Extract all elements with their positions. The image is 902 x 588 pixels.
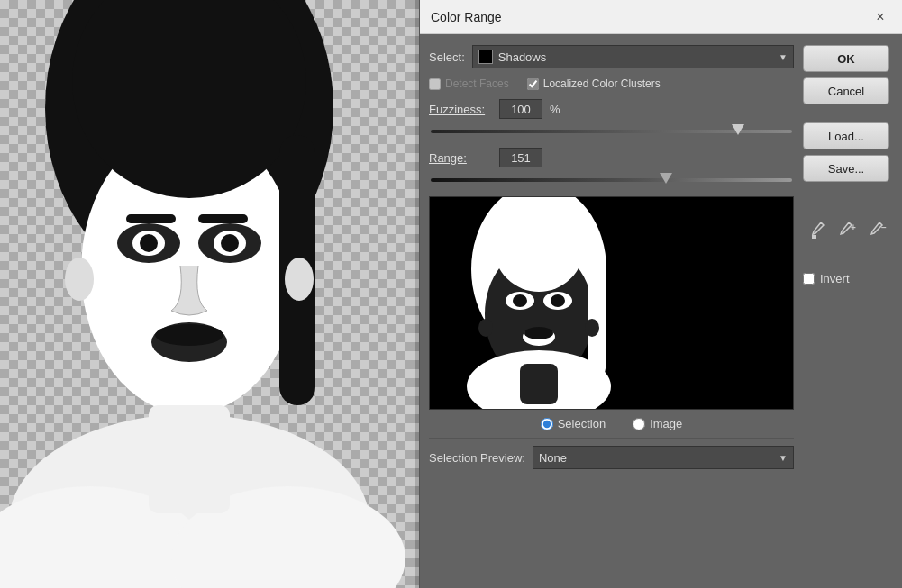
svg-rect-16 [198,214,248,223]
localized-color-clusters-label: Localized Color Clusters [543,77,661,90]
color-range-dialog: Color Range × Select: Shadows ▼ [419,0,902,588]
image-radio[interactable]: Image [633,417,682,430]
svg-text:+: + [851,222,856,232]
svg-point-19 [65,258,94,301]
range-slider-track[interactable] [431,171,792,187]
invert-label: Invert [820,272,850,285]
select-row: Select: Shadows ▼ [429,45,794,68]
eyedropper-add-button[interactable]: + [835,218,861,243]
cancel-button[interactable]: Cancel [803,77,889,104]
detect-faces-label: Detect Faces [445,77,509,90]
dialog-title: Color Range [431,10,502,24]
fuzziness-row: Fuzziness: 100 % [429,99,794,119]
range-slider-bg [431,178,792,182]
svg-rect-39 [812,235,816,239]
title-bar: Color Range × [420,0,902,34]
svg-rect-35 [520,364,558,404]
selection-preview-label: Selection Preview: [429,451,525,465]
selection-label: Selection [558,417,606,430]
range-slider-container [429,171,794,187]
select-dropdown[interactable]: Shadows ▼ [472,45,794,68]
selection-preview-row: Selection Preview: None ▼ [429,438,794,476]
ok-button[interactable]: OK [803,45,889,72]
selection-preview-dropdown[interactable]: None ▼ [533,446,794,469]
svg-point-20 [285,258,314,301]
canvas-area [0,0,419,588]
svg-point-30 [551,294,565,307]
chevron-down-icon: ▼ [779,52,788,62]
range-row: Range: 151 [429,148,794,167]
svg-point-32 [524,327,553,339]
svg-rect-15 [126,214,176,223]
right-panel: OK Cancel Load... Save... + [803,45,893,476]
fuzziness-label: Fuzziness: [429,103,492,116]
save-button[interactable]: Save... [803,155,889,182]
load-button[interactable]: Load... [803,122,889,149]
range-input[interactable]: 151 [499,148,542,167]
eyedropper-row: + − [803,218,893,243]
color-swatch [478,50,493,64]
preview-container [429,196,794,410]
svg-text:−: − [881,222,887,232]
localized-color-clusters-checkbox[interactable]: Localized Color Clusters [527,77,661,90]
fuzziness-slider-track[interactable] [431,122,792,139]
left-panel: Select: Shadows ▼ Detect Faces Loc [429,45,794,476]
preview-chevron-down-icon: ▼ [779,453,788,463]
radio-row: Selection Image [429,417,794,430]
fuzziness-slider-thumb[interactable] [732,124,744,135]
eyedropper-button[interactable] [805,218,830,243]
svg-rect-33 [588,260,606,377]
detect-faces-checkbox[interactable]: Detect Faces [429,77,509,90]
checkbox-row: Detect Faces Localized Color Clusters [429,77,794,90]
fuzziness-slider-container [429,122,794,139]
range-label: Range: [429,151,492,165]
fuzziness-input[interactable]: 100 [499,99,542,119]
image-label: Image [650,417,682,430]
svg-point-29 [513,294,527,307]
eyedropper-subtract-button[interactable]: − [866,218,891,243]
svg-point-36 [494,202,584,292]
svg-point-11 [140,234,158,252]
svg-point-14 [221,234,239,252]
fuzziness-unit: % [550,103,560,116]
svg-point-18 [155,324,223,346]
selection-radio[interactable]: Selection [541,417,606,430]
range-slider-thumb[interactable] [660,173,672,184]
select-value: Shadows [498,50,546,64]
close-button[interactable]: × [870,6,891,28]
invert-checkbox-row[interactable]: Invert [803,272,893,285]
svg-point-37 [478,319,493,337]
svg-rect-23 [149,405,230,513]
invert-checkbox[interactable] [803,273,815,285]
preview-image [430,197,649,409]
svg-point-38 [585,319,599,337]
selection-preview-value: None [539,451,567,465]
select-label: Select: [429,50,465,64]
